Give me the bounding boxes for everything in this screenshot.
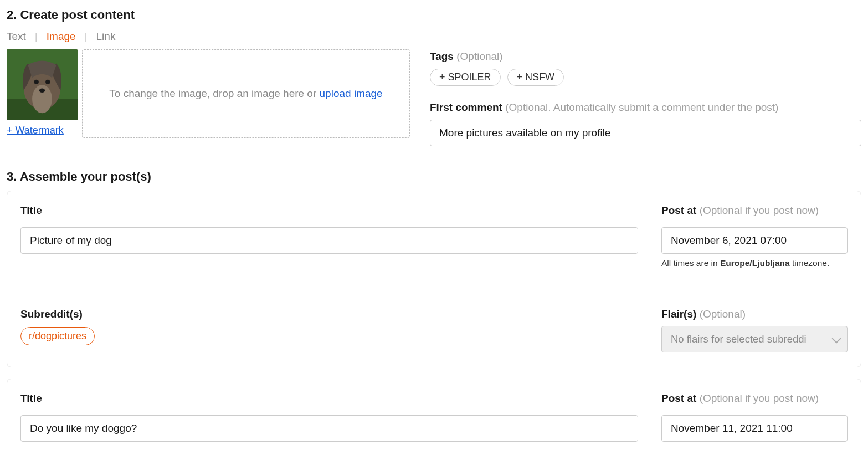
postat-label: Post at (Optional if you post now) bbox=[661, 203, 848, 218]
upload-image-link[interactable]: upload image bbox=[320, 88, 383, 99]
tags-label: Tags (Optional) bbox=[430, 49, 861, 64]
tab-text[interactable]: Text bbox=[7, 29, 26, 44]
timezone-note: All times are in Europe/Ljubljana timezo… bbox=[661, 257, 848, 269]
title-label: Title bbox=[20, 391, 638, 406]
flair-label: Flair(s) (Optional) bbox=[661, 307, 848, 322]
title-input[interactable] bbox=[20, 227, 638, 254]
tab-image[interactable]: Image bbox=[47, 29, 76, 44]
tag-spoiler-button[interactable]: + SPOILER bbox=[430, 69, 501, 86]
tab-link[interactable]: Link bbox=[96, 29, 116, 44]
content-type-tabs: Text | Image | Link bbox=[7, 29, 861, 44]
svg-point-4 bbox=[34, 80, 39, 84]
title-label: Title bbox=[20, 203, 638, 218]
subreddit-label: Subreddit(s) bbox=[20, 307, 638, 322]
flair-select: No flairs for selected subreddi bbox=[661, 326, 848, 352]
image-dropzone[interactable]: To change the image, drop an image here … bbox=[82, 49, 410, 138]
postat-input[interactable] bbox=[661, 227, 848, 254]
tab-divider: | bbox=[85, 29, 88, 44]
dropzone-text: To change the image, drop an image here … bbox=[109, 88, 319, 99]
watermark-link[interactable]: + Watermark bbox=[7, 124, 64, 137]
subreddit-pill[interactable]: r/dogpictures bbox=[20, 327, 95, 345]
step3-heading: 3. Assemble your post(s) bbox=[7, 168, 861, 186]
tab-divider: | bbox=[35, 29, 38, 44]
tag-nsfw-button[interactable]: + NSFW bbox=[507, 69, 564, 86]
title-input[interactable] bbox=[20, 415, 638, 442]
post-card: TitlePost at (Optional if you post now)S… bbox=[7, 379, 861, 465]
step2-heading: 2. Create post content bbox=[7, 7, 861, 24]
postat-label: Post at (Optional if you post now) bbox=[661, 391, 848, 406]
svg-point-5 bbox=[45, 80, 50, 84]
first-comment-input[interactable] bbox=[430, 120, 861, 146]
image-thumbnail[interactable] bbox=[7, 49, 78, 120]
first-comment-label: First comment (Optional. Automatically s… bbox=[430, 100, 861, 115]
dog-photo-icon bbox=[7, 49, 78, 120]
post-card: TitlePost at (Optional if you post now)A… bbox=[7, 191, 861, 367]
svg-point-6 bbox=[39, 89, 45, 93]
postat-input[interactable] bbox=[661, 415, 848, 442]
